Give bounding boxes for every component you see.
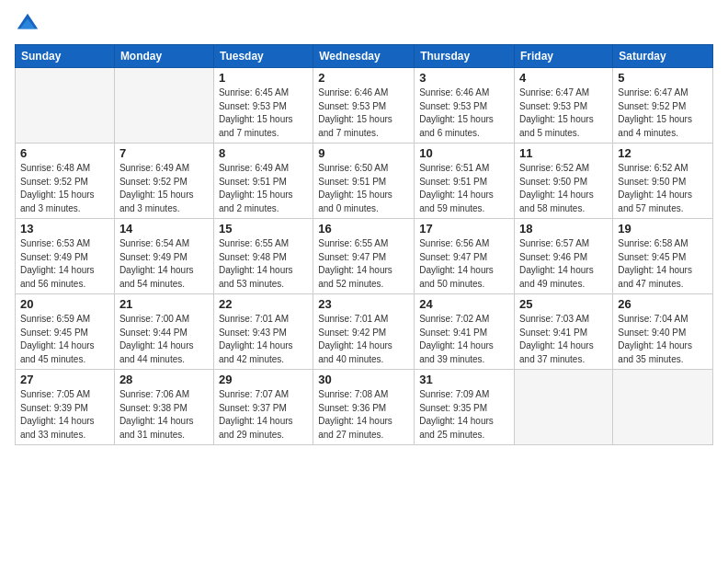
day-cell: 27Sunrise: 7:05 AM Sunset: 9:39 PM Dayli… (16, 370, 115, 445)
day-cell: 14Sunrise: 6:54 AM Sunset: 9:49 PM Dayli… (114, 219, 213, 294)
week-row-5: 27Sunrise: 7:05 AM Sunset: 9:39 PM Dayli… (16, 370, 713, 445)
header (15, 11, 713, 37)
day-cell: 1Sunrise: 6:45 AM Sunset: 9:53 PM Daylig… (213, 68, 313, 144)
week-row-2: 6Sunrise: 6:48 AM Sunset: 9:52 PM Daylig… (16, 144, 713, 219)
day-number: 11 (519, 146, 608, 160)
page: SundayMondayTuesdayWednesdayThursdayFrid… (0, 0, 728, 563)
day-cell: 29Sunrise: 7:07 AM Sunset: 9:37 PM Dayli… (213, 370, 313, 445)
weekday-monday: Monday (114, 45, 213, 68)
day-info: Sunrise: 6:50 AM Sunset: 9:51 PM Dayligh… (318, 162, 409, 215)
weekday-saturday: Saturday (613, 45, 713, 68)
day-cell: 13Sunrise: 6:53 AM Sunset: 9:49 PM Dayli… (16, 219, 115, 294)
day-info: Sunrise: 6:52 AM Sunset: 9:50 PM Dayligh… (618, 162, 708, 215)
day-info: Sunrise: 6:56 AM Sunset: 9:47 PM Dayligh… (419, 237, 509, 291)
weekday-friday: Friday (515, 45, 613, 68)
day-number: 7 (119, 146, 209, 160)
day-info: Sunrise: 6:47 AM Sunset: 9:52 PM Dayligh… (618, 86, 708, 140)
day-cell (613, 370, 713, 445)
day-cell: 25Sunrise: 7:03 AM Sunset: 9:41 PM Dayli… (515, 294, 613, 370)
day-cell: 24Sunrise: 7:02 AM Sunset: 9:41 PM Dayli… (415, 294, 515, 370)
day-cell: 5Sunrise: 6:47 AM Sunset: 9:52 PM Daylig… (613, 68, 713, 144)
day-number: 10 (419, 146, 509, 160)
day-cell: 6Sunrise: 6:48 AM Sunset: 9:52 PM Daylig… (16, 144, 115, 219)
day-info: Sunrise: 6:52 AM Sunset: 9:50 PM Dayligh… (519, 162, 608, 215)
day-number: 5 (618, 71, 708, 85)
day-cell: 10Sunrise: 6:51 AM Sunset: 9:51 PM Dayli… (415, 144, 515, 219)
day-number: 1 (219, 71, 308, 85)
day-number: 13 (20, 222, 109, 236)
day-number: 29 (219, 373, 308, 386)
weekday-thursday: Thursday (415, 45, 515, 68)
day-cell: 12Sunrise: 6:52 AM Sunset: 9:50 PM Dayli… (613, 144, 713, 219)
day-number: 17 (419, 222, 509, 236)
day-info: Sunrise: 7:09 AM Sunset: 9:35 PM Dayligh… (419, 388, 509, 442)
week-row-1: 1Sunrise: 6:45 AM Sunset: 9:53 PM Daylig… (16, 68, 713, 144)
day-info: Sunrise: 6:54 AM Sunset: 9:49 PM Dayligh… (119, 237, 209, 291)
day-info: Sunrise: 6:55 AM Sunset: 9:47 PM Dayligh… (318, 237, 409, 291)
day-info: Sunrise: 7:08 AM Sunset: 9:36 PM Dayligh… (318, 388, 409, 442)
day-info: Sunrise: 6:47 AM Sunset: 9:53 PM Dayligh… (519, 86, 608, 140)
day-info: Sunrise: 6:58 AM Sunset: 9:45 PM Dayligh… (618, 237, 708, 291)
day-cell: 21Sunrise: 7:00 AM Sunset: 9:44 PM Dayli… (114, 294, 213, 370)
day-info: Sunrise: 6:46 AM Sunset: 9:53 PM Dayligh… (318, 86, 409, 140)
day-cell: 11Sunrise: 6:52 AM Sunset: 9:50 PM Dayli… (515, 144, 613, 219)
day-cell: 16Sunrise: 6:55 AM Sunset: 9:47 PM Dayli… (313, 219, 415, 294)
day-info: Sunrise: 6:49 AM Sunset: 9:52 PM Dayligh… (119, 162, 209, 215)
day-cell: 18Sunrise: 6:57 AM Sunset: 9:46 PM Dayli… (515, 219, 613, 294)
day-number: 21 (119, 297, 209, 311)
day-cell: 20Sunrise: 6:59 AM Sunset: 9:45 PM Dayli… (16, 294, 115, 370)
day-number: 3 (419, 71, 509, 85)
day-cell: 31Sunrise: 7:09 AM Sunset: 9:35 PM Dayli… (415, 370, 515, 445)
day-number: 16 (318, 222, 409, 236)
day-number: 22 (219, 297, 308, 311)
day-number: 26 (618, 297, 708, 311)
day-cell: 2Sunrise: 6:46 AM Sunset: 9:53 PM Daylig… (313, 68, 415, 144)
weekday-header-row: SundayMondayTuesdayWednesdayThursdayFrid… (16, 45, 713, 68)
day-number: 2 (318, 71, 409, 85)
logo (15, 11, 44, 37)
day-cell (16, 68, 115, 144)
day-number: 31 (419, 373, 509, 386)
day-info: Sunrise: 7:06 AM Sunset: 9:38 PM Dayligh… (119, 388, 209, 442)
day-cell (515, 370, 613, 445)
day-cell: 9Sunrise: 6:50 AM Sunset: 9:51 PM Daylig… (313, 144, 415, 219)
day-info: Sunrise: 7:01 AM Sunset: 9:43 PM Dayligh… (219, 313, 308, 366)
day-info: Sunrise: 6:59 AM Sunset: 9:45 PM Dayligh… (20, 313, 109, 366)
day-info: Sunrise: 6:51 AM Sunset: 9:51 PM Dayligh… (419, 162, 509, 215)
day-info: Sunrise: 6:48 AM Sunset: 9:52 PM Dayligh… (20, 162, 109, 215)
day-number: 19 (618, 222, 708, 236)
day-cell: 28Sunrise: 7:06 AM Sunset: 9:38 PM Dayli… (114, 370, 213, 445)
week-row-3: 13Sunrise: 6:53 AM Sunset: 9:49 PM Dayli… (16, 219, 713, 294)
day-number: 27 (20, 373, 109, 386)
day-number: 20 (20, 297, 109, 311)
day-info: Sunrise: 7:00 AM Sunset: 9:44 PM Dayligh… (119, 313, 209, 366)
day-info: Sunrise: 6:55 AM Sunset: 9:48 PM Dayligh… (219, 237, 308, 291)
day-cell: 30Sunrise: 7:08 AM Sunset: 9:36 PM Dayli… (313, 370, 415, 445)
day-info: Sunrise: 6:45 AM Sunset: 9:53 PM Dayligh… (219, 86, 308, 140)
day-info: Sunrise: 7:01 AM Sunset: 9:42 PM Dayligh… (318, 313, 409, 366)
day-info: Sunrise: 7:02 AM Sunset: 9:41 PM Dayligh… (419, 313, 509, 366)
calendar-table: SundayMondayTuesdayWednesdayThursdayFrid… (15, 44, 713, 445)
day-cell: 7Sunrise: 6:49 AM Sunset: 9:52 PM Daylig… (114, 144, 213, 219)
day-number: 25 (519, 297, 608, 311)
day-info: Sunrise: 7:04 AM Sunset: 9:40 PM Dayligh… (618, 313, 708, 366)
day-cell (114, 68, 213, 144)
day-number: 23 (318, 297, 409, 311)
day-info: Sunrise: 6:57 AM Sunset: 9:46 PM Dayligh… (519, 237, 608, 291)
day-number: 18 (519, 222, 608, 236)
weekday-wednesday: Wednesday (313, 45, 415, 68)
weekday-sunday: Sunday (16, 45, 115, 68)
day-info: Sunrise: 6:53 AM Sunset: 9:49 PM Dayligh… (20, 237, 109, 291)
day-info: Sunrise: 7:05 AM Sunset: 9:39 PM Dayligh… (20, 388, 109, 442)
day-number: 14 (119, 222, 209, 236)
day-cell: 4Sunrise: 6:47 AM Sunset: 9:53 PM Daylig… (515, 68, 613, 144)
day-number: 15 (219, 222, 308, 236)
day-info: Sunrise: 6:46 AM Sunset: 9:53 PM Dayligh… (419, 86, 509, 140)
day-cell: 17Sunrise: 6:56 AM Sunset: 9:47 PM Dayli… (415, 219, 515, 294)
day-cell: 19Sunrise: 6:58 AM Sunset: 9:45 PM Dayli… (613, 219, 713, 294)
week-row-4: 20Sunrise: 6:59 AM Sunset: 9:45 PM Dayli… (16, 294, 713, 370)
day-number: 24 (419, 297, 509, 311)
day-cell: 8Sunrise: 6:49 AM Sunset: 9:51 PM Daylig… (213, 144, 313, 219)
day-number: 30 (318, 373, 409, 386)
day-cell: 3Sunrise: 6:46 AM Sunset: 9:53 PM Daylig… (415, 68, 515, 144)
